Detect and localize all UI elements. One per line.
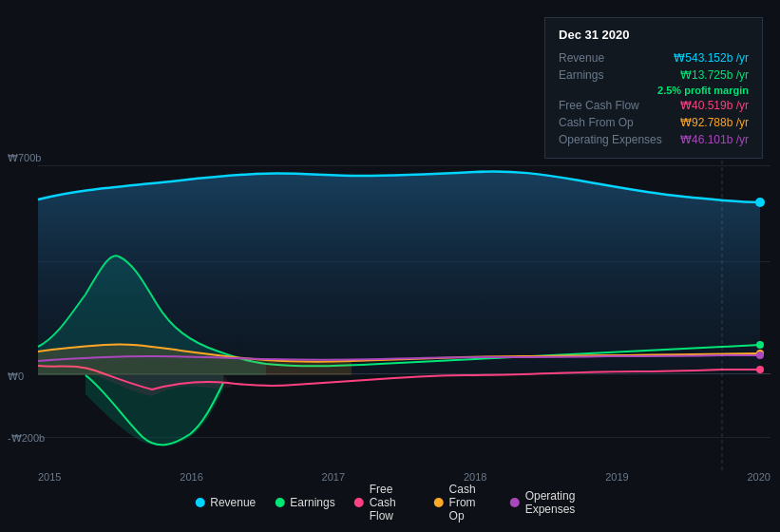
legend-label-opex: Operating Expenses — [525, 489, 585, 516]
tooltip-revenue-value: ₩543.152b /yr — [674, 51, 749, 65]
tooltip-fcf-row: Free Cash Flow ₩40.519b /yr — [559, 97, 749, 114]
x-label-2015: 2015 — [38, 471, 61, 483]
chart-legend: Revenue Earnings Free Cash Flow Cash Fro… — [195, 483, 585, 522]
legend-revenue[interactable]: Revenue — [195, 496, 256, 509]
legend-label-revenue: Revenue — [210, 496, 256, 509]
earnings-endpoint — [756, 341, 764, 349]
main-chart-svg — [0, 147, 780, 470]
legend-opex[interactable]: Operating Expenses — [510, 489, 585, 516]
x-label-2016: 2016 — [180, 471, 202, 483]
tooltip-earnings-value: ₩13.725b /yr — [680, 68, 749, 82]
tooltip-fcf-value: ₩40.519b /yr — [680, 99, 749, 112]
legend-label-earnings: Earnings — [290, 496, 334, 509]
tooltip-opex-value: ₩46.101b /yr — [680, 133, 749, 146]
chart-container: Dec 31 2020 Revenue ₩543.152b /yr Earnin… — [0, 0, 780, 532]
legend-fcf[interactable]: Free Cash Flow — [354, 483, 415, 522]
tooltip-cashop-row: Cash From Op ₩92.788b /yr — [559, 114, 749, 131]
legend-earnings[interactable]: Earnings — [275, 496, 334, 509]
legend-label-fcf: Free Cash Flow — [370, 483, 415, 522]
tooltip-profit-margin: 2.5% profit margin — [562, 84, 749, 97]
legend-dot-opex — [510, 498, 520, 507]
tooltip-fcf-label: Free Cash Flow — [559, 99, 654, 112]
legend-dot-cashop — [434, 498, 444, 507]
tooltip-revenue-label: Revenue — [559, 51, 654, 65]
tooltip-earnings-label: Earnings — [559, 68, 654, 82]
tooltip-cashop-label: Cash From Op — [559, 116, 654, 129]
tooltip-opex-label: Operating Expenses — [559, 133, 662, 146]
legend-cashop[interactable]: Cash From Op — [434, 483, 491, 522]
tooltip-cashop-value: ₩92.788b /yr — [680, 116, 749, 129]
tooltip-date: Dec 31 2020 — [559, 28, 749, 42]
x-label-2019: 2019 — [605, 471, 628, 483]
legend-dot-earnings — [275, 498, 284, 507]
revenue-endpoint — [755, 198, 765, 207]
tooltip-earnings-row: Earnings ₩13.725b /yr — [559, 66, 749, 84]
legend-dot-revenue — [195, 498, 204, 507]
tooltip-revenue-row: Revenue ₩543.152b /yr — [559, 49, 749, 66]
x-label-2017: 2017 — [322, 471, 345, 483]
x-label-2018: 2018 — [464, 471, 486, 483]
opex-endpoint — [756, 352, 764, 359]
legend-label-cashop: Cash From Op — [449, 483, 491, 522]
x-label-2020: 2020 — [747, 471, 770, 483]
legend-dot-fcf — [354, 498, 364, 507]
tooltip-box: Dec 31 2020 Revenue ₩543.152b /yr Earnin… — [544, 17, 763, 159]
tooltip-opex-row: Operating Expenses ₩46.101b /yr — [559, 131, 749, 148]
fcf-endpoint — [756, 366, 764, 373]
